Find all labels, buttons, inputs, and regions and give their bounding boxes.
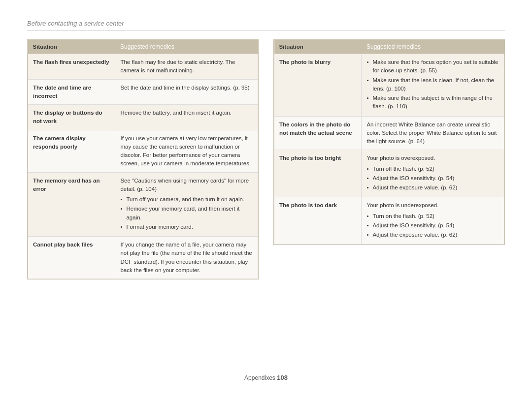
page-title: Before contacting a service center <box>27 20 505 27</box>
remedy-cell: An incorrect White Balance can create un… <box>362 116 504 150</box>
remedy-cell: See "Cautions when using memory cards" f… <box>115 172 258 237</box>
situation-cell: The photo is too bright <box>274 150 362 197</box>
title-divider <box>27 30 505 31</box>
right-table: Situation Suggested remedies The photo i… <box>273 39 505 245</box>
table-row: The date and time are incorrectSet the d… <box>28 79 258 105</box>
table-row: The colors in the photo do not match the… <box>274 116 504 150</box>
table-row: The camera display responds poorlyIf you… <box>28 130 258 172</box>
situation-cell: Cannot play back files <box>28 237 115 279</box>
situation-cell: The memory card has an error <box>28 172 115 237</box>
situation-cell: The photo is too dark <box>274 197 362 245</box>
left-col1-header: Situation <box>28 40 115 54</box>
right-col1-header: Situation <box>274 40 362 54</box>
right-col2-header: Suggested remedies <box>362 40 504 54</box>
situation-cell: The flash fires unexpectedly <box>28 54 115 80</box>
remedy-cell: Your photo is underexposed.Turn on the f… <box>362 197 504 245</box>
remedy-cell: If you change the name of a file, your c… <box>115 237 258 279</box>
table-row: The photo is too brightYour photo is ove… <box>274 150 504 197</box>
remedy-cell: Remove the battery, and then insert it a… <box>115 105 258 130</box>
footer-label: Appendixes <box>244 374 275 381</box>
remedy-cell: The flash may fire due to static electri… <box>115 54 258 80</box>
table-row: The display or buttons do not workRemove… <box>28 105 258 130</box>
remedy-cell: Your photo is overexposed.Turn off the f… <box>362 150 504 197</box>
situation-cell: The display or buttons do not work <box>28 105 115 130</box>
table-row: The memory card has an errorSee "Caution… <box>28 172 258 237</box>
page-footer: Appendixes 108 <box>27 374 505 381</box>
situation-cell: The photo is blurry <box>274 54 362 117</box>
table-row: The photo is too darkYour photo is under… <box>274 197 504 245</box>
table-row: The flash fires unexpectedlyThe flash ma… <box>28 54 258 80</box>
table-row: Cannot play back filesIf you change the … <box>28 237 258 279</box>
left-col2-header: Suggested remedies <box>115 40 258 54</box>
table-row: The photo is blurryMake sure that the fo… <box>274 54 504 117</box>
situation-cell: The colors in the photo do not match the… <box>274 116 362 150</box>
situation-cell: The camera display responds poorly <box>28 130 115 172</box>
footer-page: 108 <box>277 374 288 381</box>
remedy-cell: If you use your camera at very low tempe… <box>115 130 258 172</box>
left-table: Situation Suggested remedies The flash f… <box>27 39 259 279</box>
remedy-cell: Set the date and time in the display set… <box>115 79 258 105</box>
remedy-cell: Make sure that the focus option you set … <box>362 54 504 117</box>
situation-cell: The date and time are incorrect <box>28 79 115 105</box>
